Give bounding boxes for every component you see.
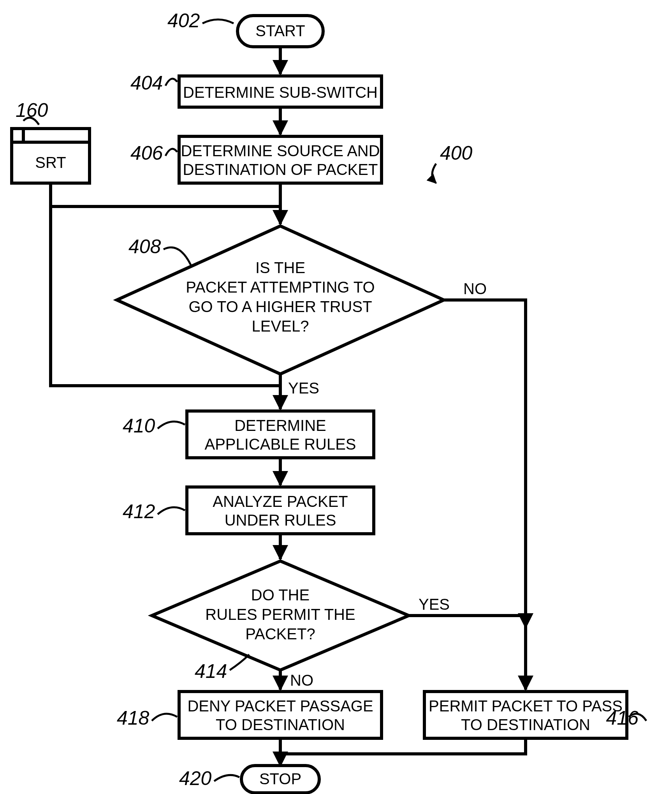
arrow-416-merge bbox=[280, 738, 526, 754]
node-408-l2: PACKET ATTEMPTING TO bbox=[186, 279, 375, 296]
node-410: DETERMINE APPLICABLE RULES bbox=[187, 411, 374, 458]
node-412: ANALYZE PACKET UNDER RULES bbox=[187, 487, 374, 534]
ref-420: 420 bbox=[179, 768, 212, 789]
node-410-l2: APPLICABLE RULES bbox=[204, 436, 356, 453]
path-414-no: NO bbox=[290, 672, 313, 689]
node-414: DO THE RULES PERMIT THE PACKET? bbox=[152, 561, 409, 670]
srt-to-408-upper bbox=[51, 183, 280, 206]
flowchart: START 402 DETERMINE SUB-SWITCH 404 DETER… bbox=[0, 0, 672, 794]
node-412-l2: UNDER RULES bbox=[225, 512, 336, 529]
node-414-l3: PACKET? bbox=[245, 625, 315, 642]
ref-408: 408 bbox=[128, 236, 161, 258]
srt-label: SRT bbox=[35, 154, 66, 171]
path-408-yes: YES bbox=[288, 379, 319, 397]
ref-406: 406 bbox=[130, 142, 163, 164]
node-404-text: DETERMINE SUB-SWITCH bbox=[183, 84, 378, 101]
arrow-408-no bbox=[444, 300, 526, 627]
node-414-l1: DO THE bbox=[251, 586, 310, 603]
node-406-line1: DETERMINE SOURCE AND bbox=[181, 142, 380, 159]
srt-box: SRT bbox=[12, 129, 90, 183]
start-terminator: START bbox=[237, 16, 323, 47]
node-404: DETERMINE SUB-SWITCH bbox=[179, 76, 382, 107]
node-418-l1: DENY PACKET PASSAGE bbox=[187, 697, 373, 715]
ref-418: 418 bbox=[117, 707, 150, 729]
ref-412: 412 bbox=[123, 501, 155, 522]
node-416: PERMIT PACKET TO PASS TO DESTINATION bbox=[424, 692, 627, 738]
node-414-l2: RULES PERMIT THE bbox=[205, 606, 355, 623]
ref-404: 404 bbox=[130, 72, 163, 94]
node-406-line2: DESTINATION OF PACKET bbox=[183, 161, 378, 178]
path-408-no: NO bbox=[463, 280, 487, 297]
start-label: START bbox=[255, 22, 305, 39]
ref-410: 410 bbox=[123, 415, 155, 437]
ref-416: 416 bbox=[606, 707, 639, 729]
node-406: DETERMINE SOURCE AND DESTINATION OF PACK… bbox=[179, 136, 382, 183]
node-416-l2: TO DESTINATION bbox=[461, 716, 590, 733]
node-418: DENY PACKET PASSAGE TO DESTINATION bbox=[179, 692, 382, 738]
node-412-l1: ANALYZE PACKET bbox=[213, 493, 348, 510]
stop-label: STOP bbox=[259, 770, 301, 787]
node-410-l1: DETERMINE bbox=[234, 417, 326, 434]
node-408-l4: LEVEL? bbox=[252, 318, 309, 335]
path-414-yes: YES bbox=[419, 596, 450, 613]
stop-terminator: STOP bbox=[241, 766, 319, 793]
node-418-l2: TO DESTINATION bbox=[216, 716, 345, 733]
ref-400: 400 bbox=[440, 142, 473, 164]
ref-414: 414 bbox=[195, 660, 227, 682]
ref-402: 402 bbox=[167, 10, 200, 32]
node-408-l3: GO TO A HIGHER TRUST bbox=[188, 298, 372, 315]
node-408-l1: IS THE bbox=[255, 259, 305, 276]
node-416-l1: PERMIT PACKET TO PASS bbox=[429, 697, 623, 715]
